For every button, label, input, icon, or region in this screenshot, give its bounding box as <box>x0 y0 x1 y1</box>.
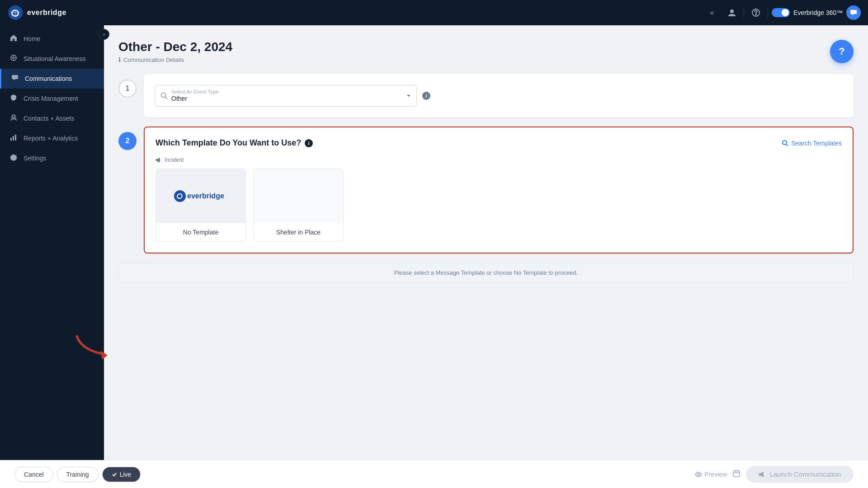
notice-text: Please select a Message Template or choo… <box>394 269 578 276</box>
template-grid: everbridge No Template Shelter in Place <box>156 169 842 242</box>
sidebar-item-situational-label: Situational Awareness <box>24 55 86 62</box>
subtitle-info-icon: ℹ <box>118 56 121 63</box>
sidebar-item-crisis-management[interactable]: Crisis Management <box>0 89 104 108</box>
header-divider-2 <box>768 6 768 19</box>
template-section-incident: Incident <box>156 157 842 163</box>
svg-rect-12 <box>10 138 12 141</box>
home-icon <box>9 34 18 43</box>
help-header-button[interactable] <box>748 5 764 21</box>
step-2-indicator: 2 <box>118 132 137 150</box>
top-header: everbridge « Everbridge 360™ <box>0 0 868 25</box>
svg-point-22 <box>697 473 699 475</box>
template-info-button[interactable]: i <box>305 139 313 147</box>
header-logo: everbridge <box>7 5 66 21</box>
header-logo-text: everbridge <box>27 9 66 17</box>
sidebar-collapse-button[interactable]: « <box>99 29 109 40</box>
search-templates-button[interactable]: Search Templates <box>782 140 842 147</box>
main-layout: « Home Situational Awareness Communicati… <box>0 25 868 460</box>
sidebar-item-reports-label: Reports + Analytics <box>24 135 78 142</box>
header-divider-1 <box>744 6 744 19</box>
page-subtitle: ℹ Communication Details <box>118 56 854 63</box>
sidebar-item-contacts-label: Contacts + Assets <box>24 115 74 122</box>
svg-point-16 <box>161 93 166 98</box>
content-area: Other - Dec 2, 2024 ℹ Communication Deta… <box>104 25 868 460</box>
sidebar-item-reports-analytics[interactable]: Reports + Analytics <box>0 128 104 148</box>
step-2-number: 2 <box>126 137 130 145</box>
bottom-right-actions: Preview Launch Communication <box>695 466 854 483</box>
event-type-info-button[interactable]: i <box>422 92 430 100</box>
preview-label: Preview <box>705 471 727 478</box>
sidebar-item-situational-awareness[interactable]: Situational Awareness <box>0 49 104 69</box>
svg-point-1 <box>730 9 734 13</box>
collapse-nav-button[interactable]: « <box>704 5 720 21</box>
sidebar: « Home Situational Awareness Communicati… <box>0 25 104 460</box>
event-type-value: Other <box>171 95 187 102</box>
cancel-label: Cancel <box>24 471 44 478</box>
eye-icon <box>695 471 702 478</box>
calendar-icon <box>732 469 741 478</box>
settings-icon <box>9 154 18 163</box>
megaphone-launch-icon <box>759 471 766 478</box>
svg-point-18 <box>783 141 787 145</box>
preview-button: Preview <box>695 471 727 478</box>
event-type-select[interactable]: Select An Event Type Other <box>155 85 417 107</box>
everbridge-360-label: Everbridge 360™ <box>793 9 843 16</box>
sidebar-item-contacts-assets[interactable]: Contacts + Assets <box>0 108 104 128</box>
template-card-no-template-label: No Template <box>156 223 245 241</box>
everbridge-360-section: Everbridge 360™ <box>772 8 843 17</box>
help-fab-button[interactable]: ? <box>830 40 854 63</box>
bottom-bar: Cancel Training Live Preview <box>0 460 868 488</box>
template-card-shelter-image <box>254 169 343 223</box>
sidebar-item-communications-label: Communications <box>25 75 72 82</box>
template-card-no-template[interactable]: everbridge No Template <box>156 169 246 242</box>
svg-rect-23 <box>733 471 740 477</box>
page-title: Other - Dec 2, 2024 <box>118 40 854 54</box>
header-right: « Everbridge 360™ <box>704 5 861 21</box>
event-type-select-inner: Select An Event Type Other <box>171 89 403 103</box>
svg-line-17 <box>165 97 168 99</box>
notice-bar: Please select a Message Template or choo… <box>118 263 854 283</box>
sidebar-item-settings-label: Settings <box>24 155 47 162</box>
everbridge-template-logo: everbridge <box>174 188 228 204</box>
search-templates-label: Search Templates <box>791 140 842 147</box>
template-title: Which Template Do You Want to Use? i <box>156 138 313 148</box>
svg-point-5 <box>13 57 14 59</box>
sidebar-item-home-label: Home <box>24 35 40 42</box>
reports-analytics-icon <box>9 134 18 143</box>
incident-label: Incident <box>165 157 184 163</box>
sidebar-item-communications[interactable]: Communications <box>0 69 104 89</box>
everbridge-logo-icon <box>7 5 24 21</box>
live-label: Live <box>120 471 132 478</box>
svg-point-20 <box>174 190 186 202</box>
svg-rect-13 <box>13 136 14 141</box>
svg-point-3 <box>755 14 756 15</box>
step-1-indicator: 1 <box>118 80 137 98</box>
sidebar-item-settings[interactable]: Settings <box>0 148 104 168</box>
template-card-no-template-image: everbridge <box>156 169 245 223</box>
sidebar-item-home[interactable]: Home <box>0 29 104 49</box>
live-button[interactable]: Live <box>102 467 141 482</box>
help-fab-icon: ? <box>839 46 844 57</box>
question-icon <box>752 9 760 17</box>
contacts-assets-icon <box>9 114 18 123</box>
template-header: Which Template Do You Want to Use? i Sea… <box>156 138 842 148</box>
page-subtitle-text: Communication Details <box>123 56 184 63</box>
chat-icon <box>850 9 857 16</box>
svg-text:everbridge: everbridge <box>187 192 224 200</box>
notification-button[interactable] <box>846 5 861 20</box>
user-icon <box>728 9 736 17</box>
step-2-card: Which Template Do You Want to Use? i Sea… <box>144 127 854 253</box>
svg-rect-14 <box>15 135 16 141</box>
training-button[interactable]: Training <box>57 467 99 482</box>
launch-communication-button: Launch Communication <box>746 466 854 483</box>
everbridge-360-toggle[interactable] <box>772 8 790 17</box>
schedule-button <box>732 469 741 479</box>
svg-line-19 <box>786 144 788 146</box>
cancel-button[interactable]: Cancel <box>14 467 53 482</box>
sidebar-item-crisis-label: Crisis Management <box>24 95 78 102</box>
user-profile-button[interactable] <box>724 5 740 21</box>
step-1-number: 1 <box>126 84 130 93</box>
template-card-shelter-in-place[interactable]: Shelter in Place <box>253 169 344 242</box>
template-question-text: Which Template Do You Want to Use? <box>156 138 301 148</box>
megaphone-icon <box>156 157 162 163</box>
